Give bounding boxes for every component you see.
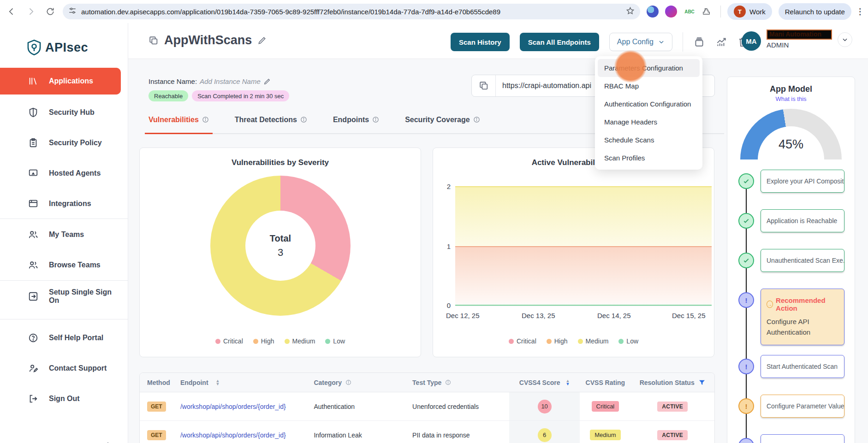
gauge-percent: 45% [740, 137, 842, 152]
legend-item-low[interactable]: Low [618, 337, 638, 345]
menu-item-schedule-scans[interactable]: Schedule Scans [598, 131, 700, 149]
step-box[interactable]: Explore your API Composition [761, 170, 844, 193]
y-tick: 0 [437, 301, 451, 309]
copy-title-icon[interactable] [149, 35, 159, 46]
sidebar-divider [0, 280, 128, 281]
legend-dot [547, 339, 552, 344]
user-menu[interactable]: MA Mani Automation ADMIN [742, 30, 852, 51]
browser-profile-button[interactable]: T Work [727, 3, 772, 20]
info-icon[interactable] [372, 116, 379, 123]
site-settings-icon[interactable] [68, 6, 77, 17]
step-box[interactable] [761, 434, 844, 443]
legend-item-low[interactable]: Low [325, 337, 345, 345]
active-vulnerabilities-card: Active Vulnerabilities - 2 1 0 Dec 12, 2… [433, 148, 714, 357]
edit-title-icon[interactable] [257, 36, 267, 45]
menu-item-scan-profiles[interactable]: Scan Profiles [598, 149, 700, 167]
browser-menu-icon[interactable]: ⋮ [856, 6, 864, 17]
menu-item-parameters-configuration[interactable]: Parameters Configuration [598, 59, 700, 77]
tab-threat-detections[interactable]: Threat Detections [235, 113, 307, 133]
table-row[interactable]: GET /workshop/api/shop/orders/{order_id}… [140, 392, 714, 421]
sidebar-item-security-policy[interactable]: Security Policy [0, 133, 121, 153]
edit-instance-icon[interactable] [263, 78, 271, 85]
instance-name-placeholder[interactable]: Add Instance Name [200, 77, 261, 85]
step-box[interactable]: Unauthenticated Scan Exe... [761, 249, 844, 272]
relaunch-label: Relaunch to update [785, 8, 845, 16]
col-category[interactable]: Category [314, 379, 412, 386]
sign-in-box-icon [28, 291, 39, 302]
endpoint-link[interactable]: /workshop/api/shop/orders/{order_id} [180, 403, 286, 410]
sidebar-item-applications[interactable]: Applications [0, 68, 121, 95]
relaunch-update-button[interactable]: Relaunch to update [779, 3, 851, 20]
user-chevron-icon[interactable] [838, 32, 852, 47]
browser-reload-icon[interactable] [42, 4, 58, 19]
info-icon[interactable] [202, 116, 209, 123]
step-box[interactable]: Configure Parameter Values [761, 395, 844, 418]
person-edit-icon [28, 363, 39, 374]
sidebar-item-my-teams[interactable]: My Teams [0, 224, 121, 245]
menu-item-rbac-map[interactable]: RBAC Map [598, 77, 700, 95]
legend-item-critical[interactable]: Critical [215, 337, 243, 345]
severity-donut-chart[interactable]: Total 3 [210, 176, 351, 316]
legend-item-high[interactable]: High [253, 337, 274, 345]
step-box[interactable]: Start Authenticated Scan [761, 355, 844, 378]
instance-url-text[interactable]: https://crapi-automation.api [496, 82, 598, 90]
scan-all-endpoints-button[interactable]: Scan All Endpoints [520, 33, 599, 51]
col-endpoint[interactable]: Endpoint ▲▼ [180, 379, 314, 386]
sidebar-collapse-icon[interactable] [105, 440, 116, 443]
bookmark-star-icon[interactable] [626, 6, 635, 17]
sidebar-item-security-hub[interactable]: Security Hub [0, 102, 121, 123]
extensions-puzzle-icon[interactable] [698, 4, 714, 19]
extension-icon-abc[interactable]: ABC [684, 6, 696, 18]
menu-item-manage-headers[interactable]: Manage Headers [598, 113, 700, 131]
check-circle-icon [738, 253, 754, 268]
scan-history-button[interactable]: Scan History [451, 33, 510, 51]
tab-security-coverage[interactable]: Security Coverage [405, 113, 480, 133]
table-row[interactable]: GET /workshop/api/shop/orders/{order_id}… [140, 421, 714, 443]
legend-item-medium[interactable]: Medium [578, 337, 609, 345]
legend-item-high[interactable]: High [547, 337, 568, 345]
sort-icon[interactable]: ▲▼ [216, 379, 220, 386]
col-test-type[interactable]: Test Type [412, 379, 509, 386]
exclamation-circle-icon: ! [738, 292, 754, 308]
col-resolution-status[interactable]: Resolution Status [630, 379, 714, 386]
info-icon[interactable] [300, 116, 307, 123]
recommended-action-label: Recommended Action [776, 296, 838, 312]
col-cvss4-score[interactable]: CVSS4 Score ▲▼ [509, 373, 580, 392]
copy-url-icon[interactable] [472, 75, 496, 96]
stacked-area-plot[interactable] [455, 186, 712, 306]
sort-icon-active[interactable]: ▲▼ [566, 379, 570, 386]
col-method[interactable]: Method [140, 379, 180, 386]
exclamation-circle-icon: ! [738, 359, 754, 374]
browser-forward-icon[interactable] [23, 4, 39, 19]
donut-legend: Critical High Medium Low [140, 337, 421, 345]
browser-back-icon[interactable] [4, 4, 19, 19]
analytics-icon[interactable] [715, 36, 727, 48]
menu-item-authentication-configuration[interactable]: Authentication Configuration [598, 95, 700, 113]
step-box[interactable]: Application is Reachable [761, 209, 844, 232]
sidebar-item-integrations[interactable]: Integrations [0, 194, 121, 214]
tab-vulnerabilities[interactable]: Vulnerabilities [149, 113, 209, 133]
endpoint-link[interactable]: /workshop/api/shop/orders/{order_id} [180, 431, 286, 439]
extension-icon-2[interactable] [665, 6, 677, 18]
sidebar-item-contact-support[interactable]: Contact Support [0, 358, 121, 378]
legend-item-critical[interactable]: Critical [509, 337, 536, 345]
y-tick: 2 [437, 183, 451, 190]
info-icon[interactable] [473, 116, 480, 123]
col-label: Test Type [412, 379, 441, 386]
sidebar-item-browse-teams[interactable]: Browse Teams [0, 255, 121, 275]
recommended-action-box[interactable]: → Recommended Action Configure API Authe… [761, 289, 844, 345]
browser-address-bar[interactable]: automation.dev.apisecapps.com/applicatio… [63, 4, 640, 19]
extension-icon-1[interactable] [647, 6, 659, 18]
archive-icon[interactable] [693, 36, 705, 48]
col-cvss-rating[interactable]: CVSS Rating [580, 379, 630, 386]
sidebar-item-self-help[interactable]: Self Help Portal [0, 328, 121, 348]
app-config-button[interactable]: App Config [609, 33, 672, 51]
sidebar-item-setup-sso[interactable]: Setup Single Sign On [0, 286, 121, 307]
legend-item-medium[interactable]: Medium [285, 337, 315, 345]
tab-endpoints[interactable]: Endpoints [333, 113, 379, 133]
apisec-logo[interactable]: APIsec [27, 40, 88, 55]
url-text[interactable]: automation.dev.apisecapps.com/applicatio… [81, 8, 622, 16]
what-is-this-link[interactable]: What is this [727, 95, 855, 102]
sidebar-item-hosted-agents[interactable]: Hosted Agents [0, 163, 121, 183]
sidebar-item-sign-out[interactable]: Sign Out [0, 389, 121, 409]
